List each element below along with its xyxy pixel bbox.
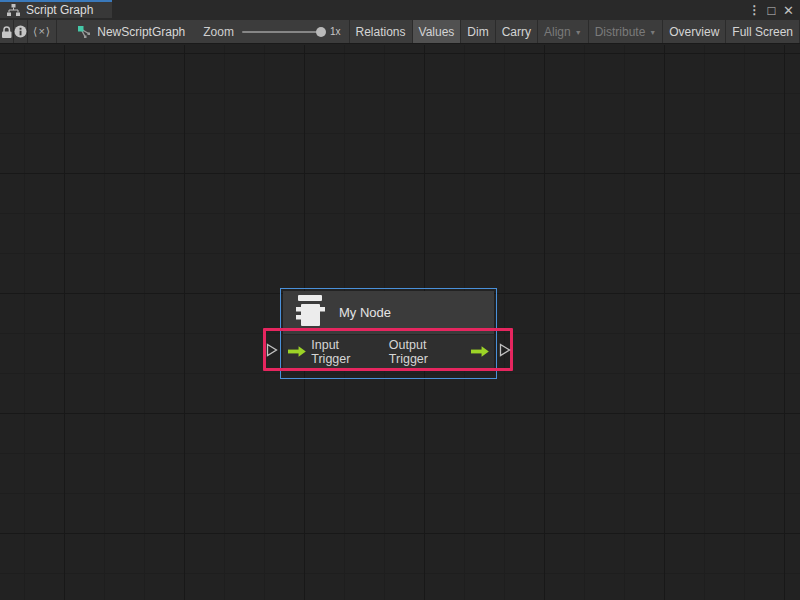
info-icon <box>14 25 27 38</box>
zoom-control: Zoom 1x <box>203 20 346 43</box>
tab-script-graph[interactable]: Script Graph <box>0 0 112 18</box>
titlebar: Script Graph ⋮ □ ✕ <box>0 0 800 20</box>
relations-button[interactable]: Relations <box>350 20 413 43</box>
output-port-connector[interactable] <box>499 343 511 357</box>
ports-highlight-outline <box>263 328 513 371</box>
carry-button[interactable]: Carry <box>496 20 538 43</box>
info-button[interactable] <box>14 20 28 43</box>
maximize-icon[interactable]: □ <box>763 0 780 20</box>
values-button[interactable]: Values <box>413 20 462 43</box>
lock-button[interactable] <box>0 20 14 43</box>
window-controls: ⋮ □ ✕ <box>746 0 797 20</box>
lock-icon <box>0 25 13 39</box>
close-icon[interactable]: ✕ <box>780 0 797 20</box>
unit-node-icon <box>293 295 326 330</box>
script-graph-icon <box>77 25 91 38</box>
script-graph-window: Script Graph ⋮ □ ✕ ⟨×⟩ <box>0 0 800 600</box>
align-dropdown[interactable]: Align ▼ <box>538 20 589 43</box>
dim-button[interactable]: Dim <box>461 20 495 43</box>
graph-hierarchy-icon <box>7 4 20 16</box>
zoom-slider-handle[interactable] <box>316 27 326 37</box>
zoom-label: Zoom <box>203 25 234 39</box>
zoom-value: 1x <box>330 26 341 37</box>
overview-button[interactable]: Overview <box>663 20 726 43</box>
chevron-down-icon: ▼ <box>649 29 656 36</box>
distribute-dropdown[interactable]: Distribute ▼ <box>589 20 664 43</box>
fullscreen-button[interactable]: Full Screen <box>726 20 800 43</box>
node-title: My Node <box>339 305 391 320</box>
graph-name: NewScriptGraph <box>97 25 185 39</box>
code-toggle-button[interactable]: ⟨×⟩ <box>28 20 57 43</box>
tab-label: Script Graph <box>26 3 93 17</box>
chevron-down-icon: ▼ <box>575 29 582 36</box>
toolbar: ⟨×⟩ NewScriptGraph Zoom 1x Relations Va <box>0 20 800 44</box>
input-port-connector[interactable] <box>266 343 278 357</box>
code-icon: ⟨×⟩ <box>33 25 51 38</box>
window-menu-icon[interactable]: ⋮ <box>746 0 763 20</box>
zoom-slider[interactable] <box>242 31 324 33</box>
graph-breadcrumb[interactable]: NewScriptGraph <box>77 20 185 43</box>
toolbar-toggle-group: Relations Values Dim Carry Align ▼ Distr… <box>349 20 800 43</box>
